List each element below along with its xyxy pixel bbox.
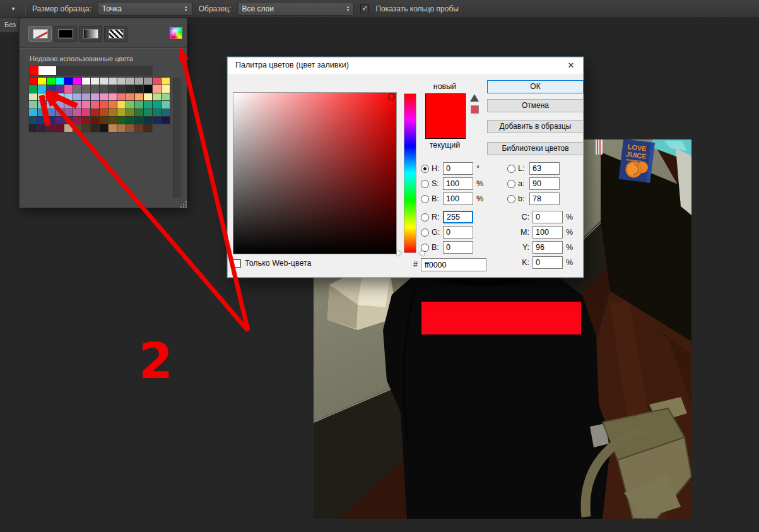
swatch[interactable] [82,109,90,116]
h-input[interactable] [443,162,473,175]
swatch[interactable] [73,124,81,131]
r-input[interactable] [443,211,473,223]
color-field-marker[interactable] [388,93,395,100]
swatch[interactable] [56,117,64,124]
swatch[interactable] [38,78,46,85]
swatch[interactable] [117,109,126,116]
swatch[interactable] [135,85,143,92]
swatch[interactable] [162,117,170,124]
a-input[interactable] [529,177,560,190]
swatch[interactable] [117,93,126,100]
swatch-scrollbar[interactable] [173,78,181,198]
swatch[interactable] [56,101,64,108]
swatch[interactable] [56,78,64,85]
swatch[interactable] [162,109,170,116]
swatch[interactable] [100,117,108,124]
swatch[interactable] [47,85,55,92]
recent-swatch[interactable] [38,66,47,75]
swatch[interactable] [47,93,55,100]
solid-color-button[interactable] [54,26,77,42]
swatch[interactable] [117,124,126,131]
swatch[interactable] [56,85,64,92]
swatch[interactable] [56,93,64,100]
swatch[interactable] [162,101,170,108]
swatch[interactable] [126,78,134,85]
swatch[interactable] [109,78,117,85]
document-tab[interactable]: Без [0,18,19,33]
swatch[interactable] [82,85,90,92]
swatch[interactable] [64,101,73,108]
swatch[interactable] [109,124,117,131]
recent-swatch[interactable] [30,66,38,75]
swatch[interactable] [109,109,117,116]
recent-swatch[interactable] [47,66,56,75]
swatch[interactable] [100,101,108,108]
swatch[interactable] [109,85,117,92]
swatch[interactable] [73,93,81,100]
swatch[interactable] [29,109,37,116]
swatch[interactable] [29,93,37,100]
swatch[interactable] [126,124,134,131]
dialog-titlebar[interactable]: Палитра цветов (цвет заливки) ✕ [228,57,583,74]
swatch[interactable] [153,109,161,116]
show-ring-checkbox[interactable]: ✓ [360,4,369,13]
swatch[interactable] [82,78,90,85]
b3-radio[interactable] [507,195,515,203]
swatch[interactable] [153,101,161,108]
swatch[interactable] [73,109,81,116]
hex-input[interactable] [421,258,486,271]
swatch[interactable] [47,78,55,85]
swatch[interactable] [64,78,73,85]
swatch[interactable] [64,117,73,124]
swatch[interactable] [100,109,108,116]
swatch[interactable] [135,93,143,100]
swatch[interactable] [91,109,99,116]
color-picker-rainbow-button[interactable] [170,27,182,39]
swatch[interactable] [38,101,46,108]
swatch[interactable] [144,109,152,116]
swatch[interactable] [91,101,99,108]
swatch[interactable] [162,85,170,92]
swatch[interactable] [91,78,99,85]
swatch[interactable] [162,78,170,85]
color-libraries-button[interactable]: Библиотеки цветов [487,142,584,155]
swatch[interactable] [117,101,126,108]
swatch[interactable] [47,124,55,131]
tool-preset-caret-icon[interactable]: ▾ [8,5,19,12]
swatch[interactable] [64,85,73,92]
swatch[interactable] [144,101,152,108]
swatch[interactable] [109,101,117,108]
a-radio[interactable] [507,180,515,188]
swatch[interactable] [153,117,161,124]
k-input[interactable] [532,256,563,269]
swatch[interactable] [162,93,170,100]
swatch[interactable] [91,124,99,131]
swatch[interactable] [126,117,134,124]
swatch[interactable] [38,109,46,116]
sample-size-dropdown[interactable]: Точка ▲▼ [98,2,192,16]
swatch[interactable] [82,124,90,131]
swatch[interactable] [135,78,143,85]
swatch[interactable] [117,117,126,124]
swatch[interactable] [29,101,37,108]
swatch[interactable] [47,109,55,116]
swatch[interactable] [126,85,134,92]
swatch[interactable] [29,85,37,92]
saturation-brightness-field[interactable] [233,92,397,254]
swatch[interactable] [91,117,99,124]
g-radio[interactable] [421,228,429,237]
swatch[interactable] [117,78,126,85]
swatch[interactable] [126,101,134,108]
y-input[interactable] [532,241,563,254]
swatch[interactable] [144,117,152,124]
swatch[interactable] [38,124,46,131]
swatch[interactable] [29,117,37,124]
b-radio[interactable] [421,195,429,203]
swatch[interactable] [144,85,152,92]
s-radio[interactable] [421,180,429,188]
swatch[interactable] [91,93,99,100]
swatch[interactable] [117,85,126,92]
swatch[interactable] [100,78,108,85]
swatch[interactable] [82,93,90,100]
swatch[interactable] [135,101,143,108]
